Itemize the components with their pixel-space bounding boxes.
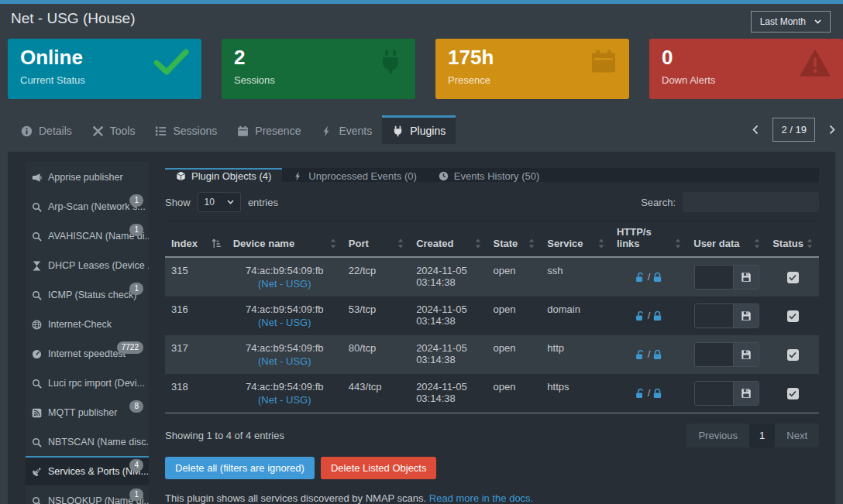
next-device-button[interactable] [826,122,838,138]
docs-link[interactable]: Read more in the docs. [429,492,533,504]
sidebar-item-icmp[interactable]: ICMP (Status check) 1 [26,279,149,309]
warning-triangle-icon [800,49,831,77]
https-link[interactable] [652,349,663,361]
plug-icon [378,49,403,75]
save-button[interactable] [733,382,759,405]
tab-events[interactable]: Events [311,115,382,144]
cell-user-data [687,257,766,297]
links-separator: / [648,310,651,321]
device-link[interactable]: (Net - USG) [258,317,311,328]
card-label: Presence [448,74,617,86]
status-checkbox[interactable] [787,349,799,361]
https-link[interactable] [652,310,663,322]
sidebar-item-nbtscan[interactable]: NBTSCAN (Name disc... [26,427,149,456]
tab-sessions[interactable]: Sessions [145,115,227,144]
col-http-links[interactable]: HTTP/s links [611,221,687,258]
device-link[interactable]: (Net - USG) [258,394,311,406]
search-icon [32,231,43,242]
status-checkbox[interactable] [787,310,799,322]
current-page-button[interactable]: 1 [749,423,775,447]
col-user-data[interactable]: User data [687,221,766,258]
search-input[interactable] [683,192,819,212]
floppy-icon [741,272,752,283]
created-time: 03:14:38 [416,276,480,288]
created-date: 2024-11-05 [416,381,480,393]
page-header: Net - USG (House) Last Month [0,4,843,36]
count-badge: 1 [129,283,143,295]
page-title: Net - USG (House) [11,10,135,27]
http-link[interactable] [635,272,646,283]
user-data-input[interactable] [695,343,733,366]
user-data-input[interactable] [695,382,733,405]
col-device-name[interactable]: Device name [227,221,342,258]
cell-http-links: / [611,297,687,335]
sidebar-item-mqtt-publisher[interactable]: MQTT publisher 8 [26,397,149,427]
sidebar-item-apprise-publisher[interactable]: Apprise publisher [26,162,149,191]
period-dropdown[interactable]: Last Month [751,11,831,33]
col-state[interactable]: State [487,221,542,258]
tab-plugin-objects[interactable]: Plugin Objects (4) [165,168,282,182]
col-index[interactable]: Index [165,221,227,258]
save-button[interactable] [733,343,759,366]
col-status[interactable]: Status [766,221,819,258]
http-link[interactable] [635,310,646,322]
previous-page-button[interactable]: Previous [686,423,749,447]
tab-unprocessed-events[interactable]: Unprocessed Events (0) [282,168,427,182]
created-date: 2024-11-05 [416,303,480,315]
http-link[interactable] [635,349,646,361]
sidebar-item-internet-speedtest[interactable]: Internet speedtest 7722 [26,338,149,368]
search-icon [32,496,43,504]
sort-icon [528,238,535,249]
sidebar-item-dhcp-leases[interactable]: DHCP Leases (Device ... [26,250,149,279]
sidebar-item-nslookup[interactable]: NSLOOKUP (Name di... 1 [26,485,149,504]
status-checkbox[interactable] [787,388,799,399]
cell-state: open [487,335,542,374]
col-created[interactable]: Created [410,221,487,258]
bolt-icon [293,171,303,181]
tab-plugins[interactable]: Plugins [382,115,456,144]
user-data-input[interactable] [695,266,733,289]
http-link[interactable] [635,388,646,399]
col-service[interactable]: Service [541,221,611,258]
created-time: 03:14:38 [416,354,480,365]
user-data-input[interactable] [695,304,733,327]
cell-user-data [687,297,766,335]
previous-device-button[interactable] [749,122,762,138]
sort-icon [807,238,813,249]
tab-tools[interactable]: Tools [82,115,146,144]
sidebar-item-internet-check[interactable]: Internet-Check [26,309,149,338]
col-port[interactable]: Port [342,221,410,258]
next-page-button[interactable]: Next [775,423,819,447]
cell-created: 2024-11-0503:14:38 [410,335,487,374]
save-button[interactable] [733,304,759,327]
sidebar-item-services-ports[interactable]: Services & Ports (NM... 4 [26,456,149,485]
sidebar-item-luci-rpc-import[interactable]: Luci rpc import (Devi... [26,368,149,397]
tab-events-history[interactable]: Events History (50) [428,168,551,182]
sidebar-item-avahiscan[interactable]: AVAHISCAN (Name di... 1 [26,221,149,250]
delete-listed-button[interactable]: Delete Listed Objects [321,457,437,479]
https-link[interactable] [652,388,663,399]
cell-http-links: / [611,374,687,413]
chevron-left-icon [752,125,759,135]
page-size-select[interactable]: 10 [198,192,241,212]
device-link[interactable]: (Net - USG) [258,278,311,290]
save-button[interactable] [733,266,759,289]
tab-details[interactable]: Details [11,115,82,144]
sidebar-item-arp-scan[interactable]: Arp-Scan (Network s... 1 [26,191,149,221]
delete-all-button[interactable]: Delete all (filters are ignored) [165,457,315,479]
entries-summary: Showing 1 to 4 of 4 entries [165,430,284,441]
tab-presence[interactable]: Presence [227,115,311,144]
device-link[interactable]: (Net - USG) [258,355,311,367]
lock-icon [652,272,663,283]
floppy-icon [741,310,752,321]
card-current-status: Online Current Status [8,39,201,99]
unlock-icon [635,272,646,283]
sidebar-item-label: NBTSCAN (Name disc... [48,437,149,447]
megaphone-icon [32,173,43,183]
tab-label: Plugin Objects (4) [191,170,271,182]
cell-status [766,257,819,297]
status-checkbox[interactable] [787,272,799,283]
table-pagination: Previous 1 Next [686,423,819,447]
https-link[interactable] [652,272,663,283]
bolt-icon [321,125,332,137]
